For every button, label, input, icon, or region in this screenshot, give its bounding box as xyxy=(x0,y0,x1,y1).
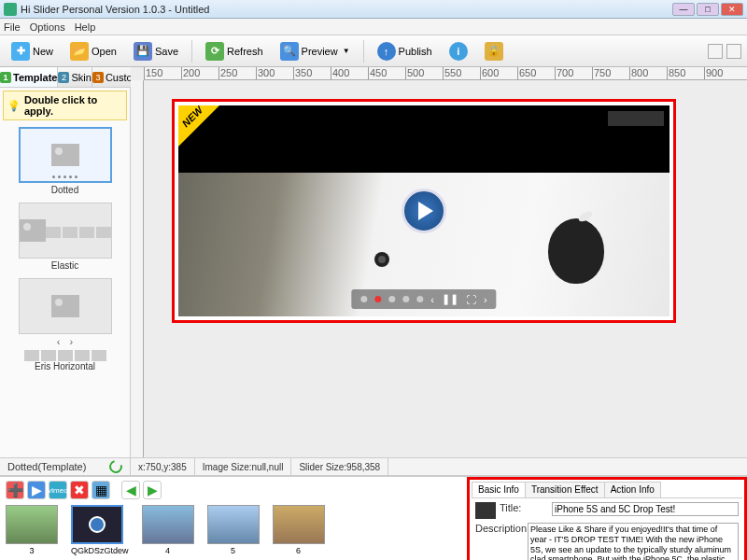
tab-skin[interactable]: 2Skin xyxy=(58,67,92,87)
thumbnail-strip: 3 QGkDSzGtdew 4 5 6 xyxy=(6,503,461,555)
new-ribbon: NEW xyxy=(178,105,219,147)
info-button[interactable]: i xyxy=(444,39,473,63)
add-image-icon[interactable]: ➕ xyxy=(6,481,24,499)
status-image-size: Image Size:null,null xyxy=(195,458,292,475)
slide-dot-5[interactable] xyxy=(416,296,423,302)
lock-button[interactable]: 🔒 xyxy=(479,39,509,63)
lightbulb-icon: 💡 xyxy=(7,100,21,112)
status-coords: x:750,y:385 xyxy=(131,458,195,475)
close-button[interactable]: ✕ xyxy=(721,3,743,16)
title-input[interactable] xyxy=(552,502,739,516)
description-input[interactable] xyxy=(528,523,739,560)
save-button[interactable]: 💾Save xyxy=(128,39,184,63)
tab-transition[interactable]: Transition Effect xyxy=(525,482,605,497)
description-label: Description: xyxy=(475,523,524,534)
canvas[interactable]: NEW ‹ ❚❚ ⛶ › xyxy=(144,80,747,457)
title-label: Title: xyxy=(500,502,548,513)
ruler-horizontal: 1502002503003504004505005506006507007508… xyxy=(144,67,747,80)
new-button[interactable]: ✚New xyxy=(6,39,59,63)
slide-dot-1[interactable] xyxy=(360,296,367,302)
template-item-elastic[interactable]: Elastic xyxy=(4,203,126,271)
preview-button[interactable]: 🔍Preview▼ xyxy=(275,39,356,63)
slide-badge xyxy=(608,111,664,126)
slide-dot-2[interactable] xyxy=(374,296,381,302)
menu-options[interactable]: Options xyxy=(30,21,65,33)
phone-camera-icon xyxy=(374,252,389,267)
thumb-6[interactable]: 6 xyxy=(273,505,325,555)
minimize-button[interactable]: — xyxy=(672,3,695,16)
play-button[interactable] xyxy=(402,189,446,233)
tab-action[interactable]: Action Info xyxy=(604,482,661,497)
delete-icon[interactable]: ✖ xyxy=(70,481,89,499)
publish-button[interactable]: ↑Publish xyxy=(372,39,438,63)
bottom-panel: ➕ ▶ vimeo ✖ ▦ ◀ ▶ 3 QGkDSzGtdew 4 5 6 Ba… xyxy=(0,476,747,560)
template-item-eris[interactable]: ‹› Eris Horizontal xyxy=(4,278,126,371)
menu-file[interactable]: File xyxy=(4,21,21,33)
arrow-right-icon[interactable]: ▶ xyxy=(143,481,162,499)
status-template: Dotted(Template) xyxy=(7,461,86,472)
reload-icon[interactable] xyxy=(106,457,124,475)
template-item-dotted[interactable]: Dotted xyxy=(4,127,126,195)
arrow-left-icon[interactable]: ◀ xyxy=(121,481,140,499)
thumb-5[interactable]: 5 xyxy=(207,505,260,555)
ruler-vertical xyxy=(131,80,144,457)
menu-bar: File Options Help xyxy=(0,19,747,35)
window-title: Hi Slider Personal Version 1.0.3 - Untit… xyxy=(21,4,672,15)
thumb-3[interactable]: 3 xyxy=(6,505,58,555)
open-button[interactable]: 📂Open xyxy=(64,39,122,63)
canvas-area: 1502002503003504004505005506006507007508… xyxy=(131,67,747,457)
add-vimeo-icon[interactable]: vimeo xyxy=(49,481,67,499)
apply-hint: 💡Double click to apply. xyxy=(3,91,127,120)
menu-help[interactable]: Help xyxy=(75,21,96,33)
app-icon xyxy=(4,3,17,16)
tab-template[interactable]: 1Template xyxy=(0,67,58,87)
tab-basic-info[interactable]: Basic Info xyxy=(472,482,526,497)
window-titlebar: Hi Slider Personal Version 1.0.3 - Untit… xyxy=(0,0,747,19)
slider-controls: ‹ ❚❚ ⛶ › xyxy=(351,289,496,309)
thumb-video[interactable]: QGkDSzGtdew xyxy=(71,505,129,555)
refresh-button[interactable]: ⟳Refresh xyxy=(200,39,269,63)
slide-next-icon[interactable]: › xyxy=(484,294,487,305)
slide-pause-icon[interactable]: ❚❚ xyxy=(442,293,458,305)
slider-preview[interactable]: NEW ‹ ❚❚ ⛶ › xyxy=(172,99,676,323)
slide-dot-3[interactable] xyxy=(388,296,395,302)
status-bar: Dotted(Template) x:750,y:385 Image Size:… xyxy=(0,457,747,476)
info-panel: Basic Info Transition Effect Action Info… xyxy=(467,477,747,560)
thumb-toolbar: ➕ ▶ vimeo ✖ ▦ ◀ ▶ xyxy=(6,481,461,499)
status-slider-size: Slider Size:958,358 xyxy=(291,458,388,475)
slide-prev-icon[interactable]: ‹ xyxy=(430,294,434,305)
apple-logo-icon xyxy=(548,218,604,284)
info-thumb xyxy=(475,502,496,519)
thumb-4[interactable]: 4 xyxy=(142,505,194,555)
slide-fullscreen-icon[interactable]: ⛶ xyxy=(466,294,476,305)
add-youtube-icon[interactable]: ▶ xyxy=(27,481,46,499)
grid-icon[interactable]: ▦ xyxy=(92,481,110,499)
slide-dot-4[interactable] xyxy=(402,296,409,302)
layout-button-2[interactable] xyxy=(726,44,741,59)
layout-button-1[interactable] xyxy=(708,44,723,59)
main-toolbar: ✚New 📂Open 💾Save ⟳Refresh 🔍Preview▼ ↑Pub… xyxy=(0,35,747,67)
maximize-button[interactable]: □ xyxy=(697,3,719,16)
template-sidebar: 1Template 2Skin 3Custom 💡Double click to… xyxy=(0,67,131,457)
